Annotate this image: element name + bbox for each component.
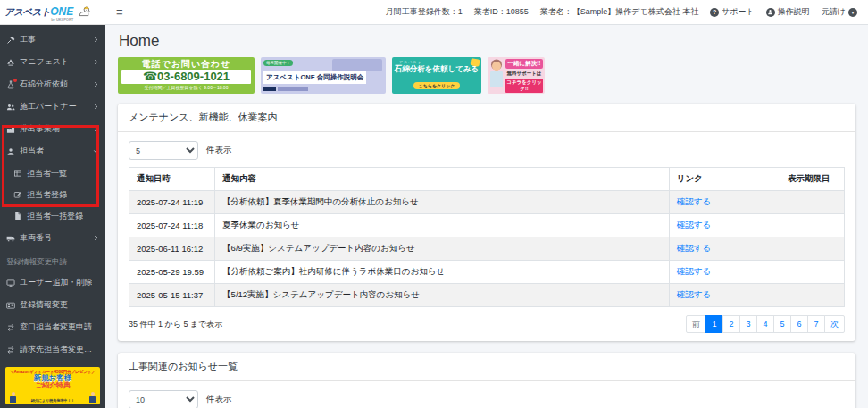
exchange-icon [6, 346, 15, 354]
sidebar-item-label: 担当者一括登録 [27, 211, 83, 222]
support-link[interactable]: ? サポート [710, 6, 755, 18]
support-banner-button[interactable]: コチラをクリック!! [505, 79, 543, 93]
menu-icon[interactable]: ≡ [116, 6, 123, 18]
cell-datetime: 2025-06-11 16:12 [129, 237, 215, 261]
edit-icon [13, 190, 22, 199]
desktop-icon [6, 279, 15, 287]
sidebar-item-tantosha-list[interactable]: 担当者一覧 [0, 162, 105, 184]
confirm-link[interactable]: 確認する [677, 243, 711, 253]
pagination-next[interactable]: 次 [824, 315, 845, 333]
question-circle-icon: ? [710, 8, 719, 17]
guide-link[interactable]: 操作説明 [766, 6, 810, 18]
pagination-page-6[interactable]: 6 [790, 315, 808, 333]
support-label: サポート [722, 6, 755, 18]
sidebar-item-window-contact-change[interactable]: 窓口担当者変更申請 [0, 316, 105, 338]
flask-icon-wrap [6, 80, 15, 89]
app-logo[interactable]: アスベストONE by UKI-PORT [0, 0, 105, 25]
chevron-right-icon [93, 37, 99, 43]
dog-mascot-icon [77, 4, 91, 21]
sidebar-item-partner[interactable]: 施工パートナー [0, 96, 105, 118]
seminar-badge: 毎月開催中！ [263, 60, 293, 66]
sidebar-item-tantosha-register[interactable]: 担当者登録 [0, 184, 105, 205]
sidebar-item-registration-change[interactable]: 登録情報変更 [0, 294, 105, 316]
page-size-label: 件表示 [206, 394, 232, 405]
confirm-link[interactable]: 確認する [677, 196, 711, 206]
monthly-registration-count: 月間工事登録件数：1 [386, 6, 463, 18]
col-header-link[interactable]: リンク [669, 168, 780, 191]
page-title: Home [119, 32, 855, 50]
pagination-page-1[interactable]: 1 [705, 315, 723, 333]
table-header-row: 通知日時 通知内容 リンク 表示期限日 [129, 168, 845, 191]
notification-dot [13, 79, 17, 82]
seminar-meta-decoration [263, 87, 308, 91]
cell-expiry [780, 214, 844, 237]
sidebar-item-label: 担当者一覧 [27, 168, 67, 179]
seminar-banner[interactable]: 毎月開催中！ アスベストONE 合同操作説明会 [261, 57, 386, 94]
sidebar-item-tantosha-bulk-register[interactable]: 担当者一括登録 [0, 205, 105, 227]
sidebar-item-label: 石綿分析依頼 [20, 79, 68, 90]
chevron-right-icon [93, 81, 99, 87]
sidebar-ad-referral-banner[interactable]: ＼Amazonギフトカード4500円分プレゼント／ 新規お客様 ご紹介特典 紹介… [5, 367, 100, 404]
sidebar-item-label: 工事 [20, 34, 36, 46]
sidebar-item-emission-site[interactable]: 排出事業場 [0, 118, 105, 140]
chevron-right-icon [93, 235, 99, 241]
phone-contact-banner[interactable]: 電話でお問い合わせ ☎03-6809-1021 受付時間／土日祝祭日を除く 9:… [118, 57, 255, 94]
sidebar-item-vehicle-number[interactable]: 車両番号 [0, 227, 105, 249]
chevron-right-icon [93, 104, 99, 110]
sidebar-submenu-tantosha: 担当者一覧 担当者登録 担当者一括登録 [0, 162, 105, 227]
pagination-page-4[interactable]: 4 [756, 315, 774, 333]
sidebar-item-user-add-delete[interactable]: ユーザー追加・削除 [0, 271, 105, 294]
sidebar-item-manifest[interactable]: マニフェスト [0, 51, 105, 73]
users-icon [6, 103, 15, 112]
confirm-link[interactable]: 確認する [677, 289, 711, 299]
card-body: 10 件表示 通知日時 通知内容 リンク 表示期限日 テーブルにデータがありませ… [118, 381, 855, 408]
phone-banner-hours: 受付時間／土日祝祭日を除く 9:00～18:00 [121, 84, 252, 91]
sidebar-item-label: ユーザー追加・削除 [20, 277, 92, 288]
analysis-banner-button[interactable]: こちらをクリック [413, 82, 461, 89]
sidebar-item-koji[interactable]: 工事 [0, 29, 105, 51]
cell-content: 【分析依頼ご案内】社内研修に伴うラボ休業日のお知らせ [215, 261, 670, 284]
col-header-expiry[interactable]: 表示期限日 [780, 168, 844, 191]
logo-accent-text: ONE [50, 5, 73, 18]
pagination-page-2[interactable]: 2 [722, 315, 740, 333]
user-circle-icon [766, 8, 775, 17]
pagination-page-3[interactable]: 3 [739, 315, 757, 333]
confirm-link[interactable]: 確認する [677, 266, 711, 276]
logo-text: アスベストONE by UKI-PORT [4, 4, 73, 21]
sidebar-item-analysis-request[interactable]: 石綿分析依頼 [0, 73, 105, 96]
col-header-content[interactable]: 通知内容 [215, 168, 670, 191]
pagination-page-7[interactable]: 7 [807, 315, 825, 333]
role-dropdown[interactable]: 元請け ▾ [822, 6, 857, 18]
cell-datetime: 2025-05-29 19:59 [129, 261, 215, 284]
page-size-select[interactable]: 10 [129, 390, 198, 408]
id-card-icon [6, 301, 15, 310]
confirm-link[interactable]: 確認する [677, 220, 711, 229]
cell-content: 【6/9実施】システムアップデート内容のお知らせ [215, 237, 670, 261]
chevron-down-icon [93, 148, 99, 154]
table-row: 2025-07-24 11:18 夏季休業のお知らせ 確認する [129, 214, 845, 237]
pagination-page-5[interactable]: 5 [773, 315, 791, 333]
exchange-icon [6, 323, 15, 332]
card-body: 5 件表示 通知日時 通知内容 リンク 表示期限日 2025-07-24 11:… [118, 132, 855, 341]
seminar-title: アスベストONE 合同操作説明会 [263, 71, 366, 84]
cell-expiry [780, 261, 844, 284]
card-title: メンテナンス、新機能、休業案内 [118, 104, 855, 132]
table-row: 2025-07-24 11:19 【分析依頼】夏季休業期間中の分析休止のお知らせ… [129, 191, 845, 214]
sidebar-item-label: マニフェスト [20, 56, 69, 68]
notifications-table: 通知日時 通知内容 リンク 表示期限日 2025-07-24 11:19 【分析… [129, 167, 845, 307]
logo-brand-text: アスベスト [4, 6, 50, 17]
analysis-request-banner[interactable]: アスベスト 石綿分析を依頼してみる こちらをクリック [392, 57, 481, 94]
ad-referral-subtitle: ご紹介特典 [7, 382, 98, 389]
cell-content: 【分析依頼】夏季休業期間中の分析休止のお知らせ [215, 191, 670, 214]
sidebar: アスベストONE by UKI-PORT 工事 マニフェスト 石綿分析依頼 [0, 0, 105, 408]
table-info: 35 件中 1 から 5 まで表示 [129, 319, 222, 330]
pagination-prev[interactable]: 前 [686, 315, 706, 333]
chevron-right-icon [93, 126, 99, 132]
col-header-datetime[interactable]: 通知日時 [129, 168, 215, 191]
free-support-banner[interactable]: 一緒に解決!! 無料サポートは コチラをクリック!! [488, 57, 545, 94]
sidebar-item-billing-contact-change[interactable]: 請求先担当者変更申請 [0, 338, 105, 361]
page-size-select[interactable]: 5 [129, 141, 198, 160]
vendor-name: 業者名：【Sample】操作デモ株式会社 本社 [540, 6, 698, 18]
main-content: Home 電話でお問い合わせ ☎03-6809-1021 受付時間／土日祝祭日を… [105, 25, 868, 408]
sidebar-item-tantosha[interactable]: 担当者 [0, 140, 105, 162]
